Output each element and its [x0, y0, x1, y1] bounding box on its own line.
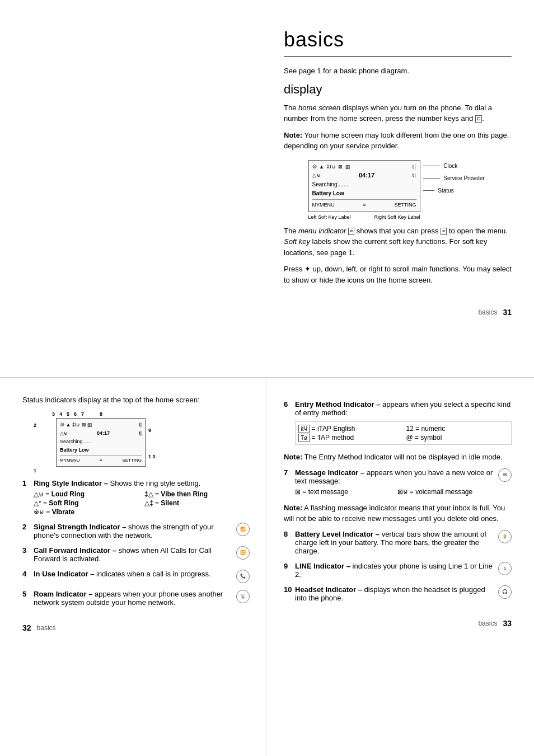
- screen-menu-icon: ≡: [363, 201, 366, 209]
- page-label-33: basics: [478, 619, 497, 627]
- ind8-text: Battery Level Indicator – vertical bars …: [295, 530, 494, 555]
- scroll-para: Press ✦ up, down, left, or right to scro…: [284, 264, 512, 285]
- ind4-icon-inner: 📞: [240, 571, 246, 581]
- ind1-sub5: ※⊍ = Vibrate: [34, 508, 139, 516]
- page-number-row-33: basics 33: [284, 619, 512, 628]
- note7-text: A flashing message indicator means that …: [284, 504, 505, 523]
- ind1-num: 1: [22, 479, 34, 487]
- status-label-row: Status: [423, 185, 485, 197]
- s-menu-icon: ≡: [100, 457, 102, 464]
- screen-searching: Searching........: [312, 180, 416, 189]
- ind9-content: LINE Indicator – indicates your phone is…: [295, 562, 512, 579]
- s-mymenu: MYMENU: [60, 457, 80, 464]
- indicator-list-right: 6 Entry Method Indicator – appears when …: [284, 400, 512, 602]
- ind6-title: Entry Method Indicator –: [295, 400, 380, 408]
- page-container: basics See page 1 for a basic phone diag…: [0, 0, 534, 756]
- indicator-1: 1 Ring Style Indicator – Shows the ring …: [22, 479, 250, 516]
- menu-icon-inline: ≡: [348, 228, 354, 235]
- page-top-left-empty: [0, 0, 267, 377]
- ind10-title: Headset Indicator –: [295, 585, 362, 594]
- service-label-row: Service Provider: [423, 172, 485, 185]
- ind4-desc: indicates when a call is in progress.: [96, 570, 211, 578]
- ind4-content: In Use Indicator – indicates when a call…: [34, 570, 250, 583]
- side-nums: 9 1 0: [148, 418, 156, 467]
- display-section-title: display: [284, 82, 512, 97]
- ind10-num: 10: [284, 585, 295, 594]
- s-searching: Searching......: [60, 438, 142, 446]
- display-para1: The home screen displays when you turn o…: [284, 102, 512, 124]
- note6-text: The Entry Method Indicator will not be d…: [302, 453, 502, 461]
- ind5-content: Roam Indicator – appears when your phone…: [34, 590, 250, 607]
- ind1-content: Ring Style Indicator – Shows the ring st…: [34, 479, 250, 516]
- s-row2: △⊍ 04:17 t|: [60, 429, 142, 438]
- num10-label: 1 0: [148, 454, 156, 459]
- ind2-title: Signal Strength Indicator –: [34, 523, 126, 531]
- ind6-sub2: 12 = numeric: [406, 425, 509, 433]
- ind7-sub2: ⊠⊍ = voicemail message: [397, 488, 494, 496]
- page-label-32: basics: [37, 624, 56, 632]
- ind2-content: Signal Strength Indicator – shows the st…: [34, 523, 250, 539]
- num1-row: 1: [34, 468, 250, 473]
- ind7-title: Message Indicator –: [295, 468, 364, 477]
- screen-row-1: ⑩ ▲ ‡t⊎ ⊠ ▥ t|: [312, 163, 416, 171]
- ind1-sub3: △* = Soft Ring: [34, 499, 139, 507]
- ind7-content: Message Indicator – appears when you hav…: [295, 468, 512, 496]
- ind7-subtable: ⊠ = text message ⊠⊍ = voicemail message: [295, 488, 494, 496]
- ind3-icon: 🔀: [236, 546, 250, 560]
- ind3-num: 3: [22, 546, 34, 555]
- ind7-icon-inner: ✉: [503, 470, 507, 480]
- status-phone-screen: ⑩ ▲ ‡t⊎ ⊠ ▥ t| △⊍ 04:17 t| Searching....…: [56, 418, 146, 467]
- num7: 7: [81, 411, 84, 417]
- indicator-4: 4 In Use Indicator – indicates when a ca…: [22, 570, 250, 583]
- s-time: 04:17: [97, 429, 110, 438]
- tap-label: Tø: [298, 434, 310, 442]
- indicator-10: 10 Headset Indicator – displays when the…: [284, 585, 512, 602]
- num5: 5: [67, 411, 69, 417]
- page-num-top: 31: [503, 308, 512, 317]
- page-top: basics See page 1 for a basic phone diag…: [0, 0, 534, 378]
- num6: 6: [74, 411, 77, 417]
- display-para1-text: The home screen displays when you turn o…: [284, 104, 492, 123]
- ind7-text: Message Indicator – appears when you hav…: [295, 468, 494, 496]
- ind3-title: Call Forward Indicator –: [34, 546, 116, 555]
- itap-label: ítЧ: [298, 425, 310, 433]
- ind4-num: 4: [22, 570, 34, 578]
- diagram-labels: Clock Service Provider Status: [423, 160, 485, 197]
- indicator-6: 6 Entry Method Indicator – appears when …: [284, 400, 512, 445]
- page-bottom-left: Status indicators display at the top of …: [0, 378, 267, 756]
- title-divider: [284, 56, 512, 57]
- page-title: basics: [284, 28, 512, 51]
- ind8-content: Battery Level Indicator – vertical bars …: [295, 530, 512, 555]
- indicator-2: 2 Signal Strength Indicator – shows the …: [22, 523, 250, 539]
- num2-label: 2: [34, 422, 36, 428]
- phone-diagram: ⑩ ▲ ‡t⊎ ⊠ ▥ t| △⊍ 04:17 t| Searching....…: [308, 160, 488, 220]
- page-bottom: Status indicators display at the top of …: [0, 378, 534, 756]
- ind9-icon: 1: [498, 562, 512, 575]
- ind2-num: 2: [22, 523, 34, 531]
- ind2-icon-inner: 📶: [240, 524, 246, 534]
- ind9-title: LINE Indicator –: [295, 562, 350, 570]
- ind1-title: Ring Style Indicator –: [34, 479, 108, 487]
- softkey-labels-row: Left Soft Key Label Right Soft Key Label: [308, 214, 420, 220]
- page-bottom-right: 6 Entry Method Indicator – appears when …: [267, 378, 534, 756]
- page-top-right: basics See page 1 for a basic phone diag…: [267, 0, 534, 377]
- s-right1: t|: [139, 421, 142, 429]
- ind6-sub3: Tø = TAP method: [298, 434, 401, 442]
- clock-label: Clock: [443, 163, 457, 169]
- s-left1: ⑩ ▲ ‡t⊎ ⊠ ▥: [60, 421, 92, 429]
- screen-mymenu: MYMENU: [312, 201, 335, 209]
- page-label-top: basics: [478, 308, 497, 316]
- screen-left-icons2: △⊍: [312, 171, 321, 179]
- page-num-33: 33: [503, 619, 512, 628]
- diagram-num-row: 3 4 5 6 7 8: [48, 411, 250, 417]
- indicator-list-left: 1 Ring Style Indicator – Shows the ring …: [22, 479, 250, 607]
- s-softkeys: MYMENU ≡ SETTING: [60, 456, 142, 464]
- status-screen-row: 2 ⑩ ▲ ‡t⊎ ⊠ ▥ t| △⊍ 04:17 t|: [34, 418, 250, 467]
- status-intro: Status indicators display at the top of …: [22, 395, 250, 406]
- ind5-text: Roam Indicator – appears when your phone…: [34, 590, 232, 607]
- note1-text: Your home screen may look different from…: [284, 131, 509, 151]
- s-left2: △⊍: [60, 429, 68, 438]
- ind3-text: Call Forward Indicator – shows when All …: [34, 546, 232, 563]
- ind5-icon: 📡: [236, 590, 250, 603]
- right-soft-label: Right Soft Key Label: [374, 214, 420, 220]
